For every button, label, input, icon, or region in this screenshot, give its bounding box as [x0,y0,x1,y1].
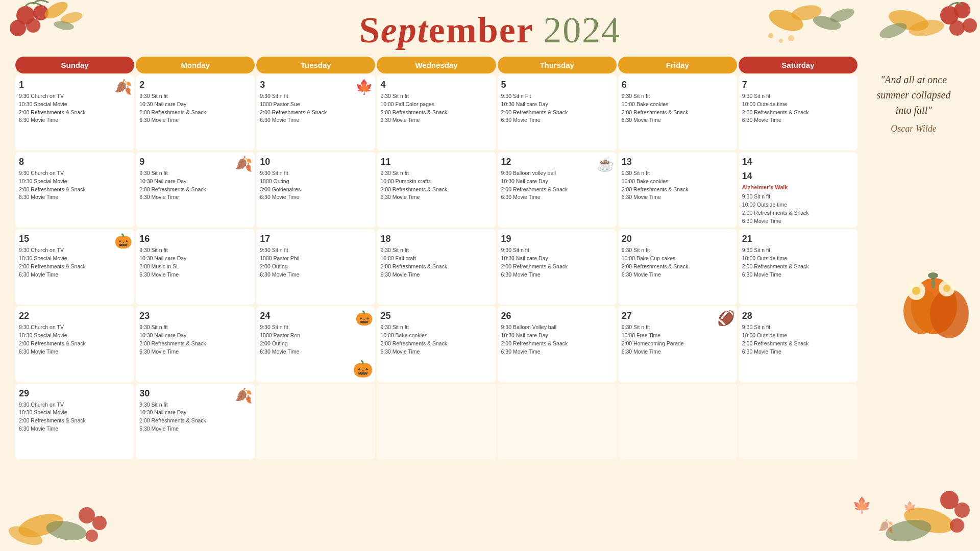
cal-cell-4: 49:30 Sit n fit10:00 Fall Color pages2:0… [377,75,496,151]
cell-event: 9:30 Sit n fit [380,92,492,101]
day-header-sunday: Sunday [15,57,134,73]
cell-events: 9:30 Sit n fit10:00 Bake Cup cakes2:00 R… [622,246,733,279]
cell-number: 17 [260,232,372,245]
cell-event: 1000 Pastor Sue [260,101,372,109]
cell-event: 10:30 Special Movie [19,178,131,186]
cell-event: 2:00 Refreshments & Snack [19,417,131,425]
cal-cell-25: 259:30 Sit n fit10:00 Bake cookies2:00 R… [377,306,496,382]
cell-event: 10:30 Nail care Day [501,178,613,186]
cell-event: 10:30 Special Movie [19,255,131,263]
cell-events: 9:30 Church on TV10:30 Special Movie2:00… [19,401,131,433]
cell-number: 25 [380,309,492,322]
cell-event: 1000 Pastor Phil [260,255,372,263]
cell-number: 14 [742,169,854,183]
cell-event: 9:30 Sit n fit [380,323,492,332]
cell-events: 9:30 Sit n fit10:00 Fall craft2:00 Refre… [380,246,492,279]
cell-number: 7 [742,78,854,91]
cell-event: 9:30 Sit n fit [380,246,492,255]
cell-event: 2:00 Refreshments & Snack [622,263,733,271]
svg-point-30 [954,503,970,518]
cal-cell-empty-33 [618,384,737,459]
cell-event: 9:30 Sit n fit [742,193,854,201]
cell-event: 2:00 Outing [260,263,372,271]
cal-cell-16: 169:30 Sit n fit10:30 Nail care Day2:00 … [136,229,255,305]
cell-event: 9:30 Sit n fit [742,92,854,101]
cell-event: 2:00 Refreshments & Snack [19,186,131,194]
cell-events: 9:30 Balloon Volley ball10:30 Nail care … [501,323,613,356]
cell-event: 2:00 Refreshments & Snack [742,109,854,117]
cell-event: 10:00 Bake cookies [622,101,733,109]
cell-event: 2:00 Refreshments & Snack [19,263,131,271]
cell-decoration: 🏈 [717,308,735,329]
cell-event: 6:30 Movie Time [19,193,131,202]
cell-event: 6:30 Movie Time [260,116,372,124]
cell-event: 9:30 Sit n fit [501,246,613,255]
cell-event: 2:00 Refreshments & Snack [380,263,492,271]
cell-event: 9:30 Sit n fit [260,169,372,178]
svg-point-31 [950,518,964,533]
cell-event: 2:00 Refreshments & Snack [380,340,492,348]
cell-event: 2:00 Refreshments & Snack [742,209,854,217]
cell-events: 9:30 Sit n fit10:30 Nail care Day2:00 Mu… [139,246,251,279]
svg-point-26 [86,530,98,542]
cell-event: 6:30 Movie Time [622,193,733,202]
cell-decoration: 🎃 [114,231,132,252]
cal-cell-27: 279:30 Sit n fit10:00 Free Time2:00 Home… [618,306,737,382]
cell-number: 18 [380,232,492,245]
cell-event: 2:00 Refreshments & Snack [380,109,492,117]
cal-cell-24: 249:30 Sit n fit1000 Pastor Ron2:00 Outi… [256,306,375,382]
cell-decoration: 🍂 [114,77,132,98]
cell-number: 19 [501,232,613,245]
cal-cell-empty-30 [256,384,375,459]
cal-cell-20: 209:30 Sit n fit10:00 Bake Cup cakes2:00… [618,229,737,305]
cell-event: 9:30 Sit n Fit [501,92,613,101]
cell-event: 10:30 Nail care Day [139,101,251,109]
cal-cell-empty-31 [377,384,496,459]
cell-decoration: 🍂 [235,386,253,407]
svg-point-22 [44,518,88,543]
cell-event: 2:00 Refreshments & Snack [139,417,251,425]
cal-cell-22: 229:30 Church on TV10:30 Special Movie2:… [15,306,134,382]
cell-event: 2:00 Refreshments & Snack [139,186,251,194]
cell-event: 6:30 Movie Time [501,116,613,124]
svg-point-28 [884,516,933,544]
cell-event: 6:30 Movie Time [742,348,854,356]
svg-point-23 [6,522,45,549]
cell-events: 9:30 Sit n fit10:00 Bake cookies2:00 Ref… [622,169,733,202]
cell-event: 10:30 Nail care Day [501,255,613,263]
cell-event: 6:30 Movie Time [501,271,613,279]
cell-event: 2:00 Refreshments & Snack [742,340,854,348]
cell-event: 10:00 Outside time [742,101,854,109]
cell-events: 9:30 Sit n fit10:00 Outside time2:00 Ref… [742,323,854,356]
cell-events: 9:30 Sit n fit10:00 Outside time2:00 Ref… [742,92,854,124]
cell-events: 9:30 Sit n fit10:00 Bake cookies2:00 Ref… [622,92,733,124]
cell-events: 9:30 Sit n fit10:00 Bake cookies2:00 Ref… [380,323,492,356]
cell-event: 2:00 Outing [260,340,372,348]
cell-event: 10:30 Nail care Day [139,332,251,340]
cell-event: 6:30 Movie Time [622,271,733,279]
cell-number: 11 [380,155,492,168]
cell-number: 8 [19,155,131,168]
cell-event: 2:00 Refreshments & Snack [622,109,733,117]
cal-cell-15: 159:30 Church on TV10:30 Special Movie2:… [15,229,134,305]
svg-text:🍁: 🍁 [852,496,872,514]
cell-event: 9:30 Sit n fit [622,246,733,255]
cell-event: 6:30 Movie Time [260,271,372,279]
cell-event: 9:30 Sit n fit [380,169,492,178]
cal-cell-9: 99:30 Sit n fit10:30 Nail care Day2:00 R… [136,152,255,228]
cal-cell-empty-34 [739,384,857,459]
cell-event: 6:30 Movie Time [742,116,854,124]
day-header-friday: Friday [618,57,737,73]
cell-event: 10:00 Bake cookies [622,178,733,186]
cell-event: 6:30 Movie Time [742,271,854,279]
cell-number: 23 [139,309,251,322]
cell-event: 2:00 Refreshments & Snack [501,340,613,348]
cal-cell-14: 1414Alzheimer's Walk9:30 Sit n fit10:00 … [739,152,857,228]
calendar-header: September 2024 [0,0,980,57]
cal-cell-8: 89:30 Church on TV10:30 Special Movie2:0… [15,152,134,228]
day-header-tuesday: Tuesday [256,57,375,73]
cell-event: 2:00 Refreshments & Snack [19,340,131,348]
sidebar-quote: "And all at once summer collapsed into f… [863,72,965,136]
cell-events: 9:30 Sit n fit10:30 Nail care Day2:00 Re… [139,323,251,356]
cell-event: 9:30 Balloon Volley ball [501,323,613,332]
